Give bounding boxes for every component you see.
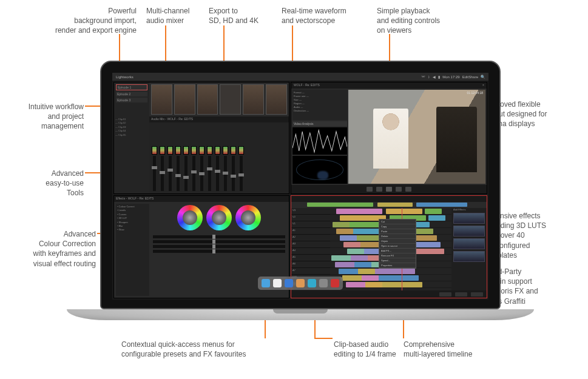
finder-icon[interactable]	[262, 279, 270, 287]
track-label[interactable]: A3	[291, 241, 330, 248]
mail-icon[interactable]	[285, 279, 293, 287]
export-settings[interactable]: Format —Frame rate —Size —Region —Audio …	[292, 90, 347, 120]
context-menu-item[interactable]: Unjoin	[379, 239, 416, 244]
context-menu-item[interactable]: Remove FX	[379, 253, 416, 258]
context-menu-item[interactable]: Cut	[379, 220, 416, 224]
colour-title: Effects - WOLF - Re: EDITS	[114, 196, 289, 202]
bin-item[interactable]: Episode 3	[116, 98, 147, 102]
timeline-clip[interactable]	[333, 222, 350, 227]
fx-preset-thumb[interactable]	[453, 226, 485, 236]
play-button[interactable]	[386, 187, 392, 192]
channel-fader[interactable]	[223, 146, 228, 191]
search-icon[interactable]: 🔍	[481, 75, 485, 79]
channel-fader[interactable]	[152, 146, 157, 191]
channel-fader[interactable]	[183, 146, 189, 191]
track-label[interactable]: V1	[291, 221, 330, 228]
context-menu-item[interactable]: Properties	[379, 263, 416, 268]
context-menu-item[interactable]: Paste	[379, 229, 416, 234]
safari-icon[interactable]	[273, 279, 282, 287]
timeline-footer	[291, 290, 487, 298]
clip-list[interactable]: — Clip 01— Clip 02— Clip 03— Clip 04— Cl…	[114, 116, 149, 193]
track-row[interactable]	[330, 281, 451, 288]
lightworks-icon[interactable]	[331, 279, 339, 287]
footer-button[interactable]	[439, 292, 451, 297]
channel-fader[interactable]	[215, 146, 220, 191]
footer-button[interactable]	[471, 292, 483, 297]
channel-fader[interactable]	[231, 146, 236, 191]
clip-thumb[interactable]	[266, 84, 287, 115]
clip-thumb[interactable]	[243, 84, 264, 115]
bin-item[interactable]: Episode 2	[116, 92, 147, 96]
timeline-clip[interactable]	[362, 275, 379, 281]
rewind-button[interactable]	[376, 187, 382, 192]
context-menu-item[interactable]: Open in source	[379, 244, 416, 249]
forward-button[interactable]	[396, 187, 402, 192]
track-area[interactable]: CutCopyPasteDeleteUnjoinOpen in sourceAd…	[330, 208, 451, 290]
track-label[interactable]: A4	[291, 248, 330, 255]
close-icon[interactable]: ×	[482, 83, 484, 88]
context-menu[interactable]: CutCopyPasteDeleteUnjoinOpen in sourceAd…	[379, 219, 416, 269]
channel-fader[interactable]	[238, 146, 244, 191]
program-monitor[interactable]: 01:12:04:18	[348, 90, 485, 184]
track-label[interactable]: A7	[291, 268, 330, 275]
settings-icon[interactable]	[319, 279, 328, 287]
effects-side-panel[interactable]: Add Effects	[451, 208, 487, 290]
mac-dock[interactable]	[258, 277, 343, 290]
track-label[interactable]: A5	[291, 255, 330, 261]
timeline-clip[interactable]	[343, 242, 360, 247]
context-menu-item[interactable]: Add FX…	[379, 249, 416, 253]
clip-thumb[interactable]	[220, 84, 241, 115]
fx-preset-thumb[interactable]	[453, 238, 485, 249]
context-menu-item[interactable]: Speed…	[379, 258, 416, 263]
track-label[interactable]: A6	[291, 261, 330, 268]
track-row[interactable]	[330, 268, 451, 275]
fx-preset-thumb[interactable]	[453, 251, 485, 262]
fx-list[interactable]: • Colour Correct• Levels• Curves• 3D LUT…	[116, 204, 149, 296]
clip-thumb[interactable]	[174, 84, 195, 115]
timeline-clip[interactable]	[340, 235, 357, 241]
timeline-clip[interactable]	[386, 209, 422, 214]
timeline-clip[interactable]	[373, 275, 419, 281]
clip-thumb[interactable]	[197, 84, 218, 115]
project-nav[interactable]: Episode 1 Episode 2 Episode 3	[114, 82, 149, 116]
timeline-clip[interactable]	[369, 269, 415, 274]
channel-fader[interactable]	[191, 146, 197, 191]
track-label[interactable]: A2	[291, 235, 330, 241]
timeline-clip[interactable]	[358, 269, 375, 274]
mixer-faders[interactable]	[149, 122, 289, 193]
timeline-clip[interactable]	[336, 229, 353, 234]
fx-preset-thumb[interactable]	[453, 213, 485, 224]
timeline-clip[interactable]	[428, 215, 445, 221]
track-label[interactable]: V3	[291, 208, 330, 215]
timeline-clip[interactable]	[354, 262, 371, 267]
bin-item[interactable]: Episode 1	[116, 84, 147, 90]
prev-button[interactable]	[367, 187, 373, 192]
gain-wheel[interactable]	[235, 205, 261, 230]
timeline-ruler[interactable]	[291, 202, 487, 208]
channel-fader[interactable]	[199, 146, 204, 191]
timeline-clip[interactable]	[365, 282, 382, 287]
itunes-icon[interactable]	[296, 279, 305, 287]
lift-wheel[interactable]	[177, 205, 203, 230]
next-button[interactable]	[405, 187, 411, 192]
track-row[interactable]	[330, 208, 451, 215]
timeline-clip[interactable]	[347, 249, 364, 254]
gamma-wheel[interactable]	[206, 205, 232, 230]
callout-export: Export to SD, HD and 4K	[209, 6, 275, 25]
channel-fader[interactable]	[167, 146, 173, 191]
appstore-icon[interactable]	[308, 279, 316, 287]
context-menu-item[interactable]: Copy	[379, 224, 416, 229]
clip-thumb[interactable]	[151, 84, 172, 115]
channel-fader[interactable]	[160, 146, 165, 191]
channel-fader[interactable]	[175, 146, 181, 191]
footer-button[interactable]	[455, 292, 467, 297]
timeline-clip[interactable]	[425, 209, 442, 214]
channel-fader[interactable]	[207, 146, 212, 191]
context-menu-item[interactable]: Delete	[379, 234, 416, 239]
timeline-clip[interactable]	[376, 282, 422, 287]
timeline-clip[interactable]	[351, 255, 368, 261]
track-label[interactable]: A1	[291, 228, 330, 235]
track-label[interactable]: V2	[291, 215, 330, 221]
timeline-clip[interactable]	[336, 209, 382, 214]
track-row[interactable]	[330, 275, 451, 281]
